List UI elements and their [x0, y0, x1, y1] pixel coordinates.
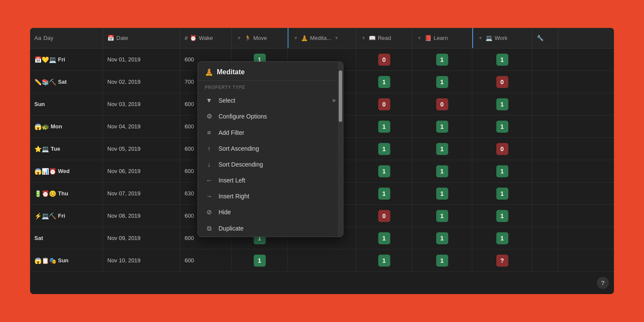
select-icon: ▼ — [205, 97, 213, 104]
work-icon: 💻 — [486, 35, 492, 41]
move-icon: 🏃 — [244, 35, 251, 41]
context-menu-title-icon: 🧘 — [205, 68, 213, 76]
learn-icon: 📕 — [425, 35, 431, 41]
add-filter-label: Add Filter — [219, 129, 336, 136]
work-chevron[interactable]: ▼ — [477, 35, 483, 41]
meditate-chevron2[interactable]: ▼ — [334, 35, 340, 41]
menu-item-insert-left[interactable]: ← Insert Left — [198, 172, 343, 188]
wake-label: Wake — [199, 35, 213, 41]
sort-desc-label: Sort Descending — [219, 161, 336, 168]
calendar-icon: 📅 — [107, 35, 114, 41]
filter-icon: ≡ — [205, 129, 213, 136]
hide-icon: ⊘ — [205, 208, 213, 216]
header-row: Aa Day 📅 Date # ⏰ Wake ▼ 🏃 Move ▼ 🧘 Medi… — [30, 28, 614, 49]
move-label: Move — [253, 35, 267, 41]
learn-chevron[interactable]: ▼ — [416, 35, 422, 41]
gear-icon: ⚙ — [205, 112, 213, 120]
learn-label: Learn — [434, 35, 448, 41]
read-label: Read — [378, 35, 391, 41]
text-icon: Aa — [34, 35, 41, 41]
menu-item-sort-asc[interactable]: ↑ Sort Ascending — [198, 140, 343, 156]
duplicate-icon: ⧉ — [205, 225, 213, 232]
header-date: 📅 Date — [103, 28, 180, 48]
menu-item-duplicate[interactable]: ⧉ Duplicate — [198, 220, 343, 237]
scrollbar-thumb[interactable] — [339, 70, 342, 122]
table-body: 📅💛💻 Fri Nov 01, 2019 600 1 0 1 1 ✏️📚⛏️ S… — [30, 49, 614, 294]
meditate-chevron[interactable]: ▼ — [293, 35, 299, 41]
header-move: ▼ 🏃 Move — [232, 28, 288, 48]
property-type-text: PROPERTY TYPE — [205, 85, 245, 90]
insert-right-label: Insert Right — [219, 193, 336, 200]
header-day: Aa Day — [30, 28, 103, 48]
hash-icon: # — [185, 35, 188, 41]
context-menu-header: 🧘 Meditate — [198, 62, 343, 81]
insert-left-icon: ← — [205, 176, 213, 184]
configure-label: Configure Options — [219, 113, 336, 120]
header-tools: 🔧 — [532, 28, 558, 48]
clock-icon: ⏰ — [190, 35, 197, 41]
chevron-right-icon: ▶ — [333, 97, 336, 103]
sort-asc-icon: ↑ — [205, 145, 213, 152]
context-menu-overlay: 🧘 Meditate PROPERTY TYPE ▼ Select ▶ ⚙ Co… — [30, 49, 614, 294]
hide-label: Hide — [219, 209, 336, 216]
insert-right-icon: → — [205, 192, 213, 200]
menu-item-sort-desc[interactable]: ↓ Sort Descending — [198, 156, 343, 172]
scrollbar-track — [338, 62, 343, 237]
menu-item-insert-right[interactable]: → Insert Right — [198, 188, 343, 204]
sort-asc-label: Sort Ascending — [219, 145, 336, 152]
tools-icon: 🔧 — [537, 35, 544, 41]
menu-item-add-filter[interactable]: ≡ Add Filter — [198, 125, 343, 140]
property-type-label: PROPERTY TYPE — [198, 81, 343, 92]
header-work: ▼ 💻 Work — [472, 28, 532, 48]
select-label: Select — [219, 97, 328, 104]
meditate-icon: 🧘 — [301, 35, 308, 41]
sort-desc-icon: ↓ — [205, 161, 213, 168]
menu-item-configure[interactable]: ⚙ Configure Options — [198, 108, 343, 125]
meditate-label: Medita... — [310, 35, 331, 41]
insert-left-label: Insert Left — [219, 177, 336, 184]
duplicate-label: Duplicate — [219, 225, 336, 232]
day-label: Day — [43, 35, 53, 41]
header-learn: ▼ 📕 Learn — [412, 28, 472, 48]
header-read: ▼ 📖 Read — [356, 28, 412, 48]
context-menu: 🧘 Meditate PROPERTY TYPE ▼ Select ▶ ⚙ Co… — [197, 61, 343, 237]
header-meditate: ▼ 🧘 Medita... ▼ — [288, 28, 356, 48]
work-label: Work — [495, 35, 507, 41]
menu-item-hide[interactable]: ⊘ Hide — [198, 204, 343, 220]
move-chevron[interactable]: ▼ — [236, 35, 242, 41]
date-label: Date — [116, 35, 128, 41]
menu-item-select[interactable]: ▼ Select ▶ — [198, 92, 343, 108]
context-menu-title: Meditate — [217, 68, 245, 76]
app-window: Aa Day 📅 Date # ⏰ Wake ▼ 🏃 Move ▼ 🧘 Medi… — [30, 28, 614, 294]
read-chevron[interactable]: ▼ — [361, 35, 367, 41]
header-wake: # ⏰ Wake — [180, 28, 232, 48]
read-icon: 📖 — [369, 35, 376, 41]
